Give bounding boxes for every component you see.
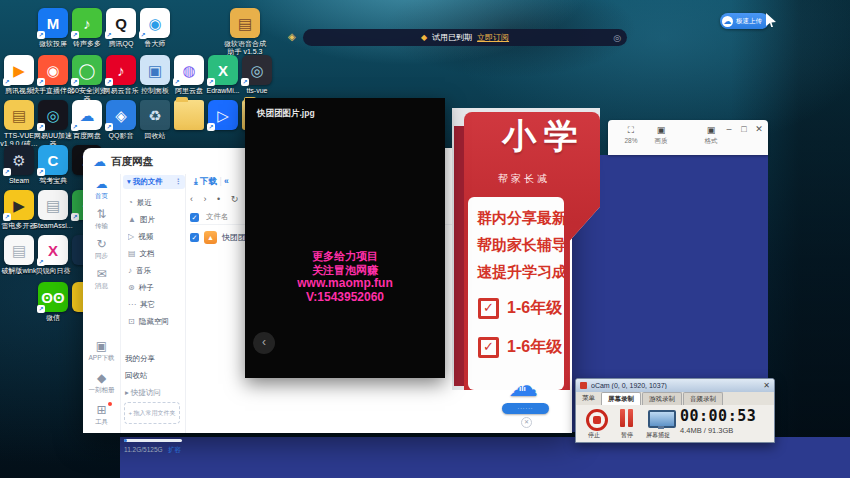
desktop-icon-app[interactable]: ▷↗ <box>208 100 238 132</box>
shortcut-arrow-icon: ↗ <box>3 168 11 176</box>
rail-item-同步[interactable]: ↻同步 <box>83 238 120 261</box>
storage-usage-text: 11.2G/5125G <box>124 446 163 453</box>
tree-item-种子[interactable]: ⊛种子 <box>128 279 184 296</box>
desktop-icon-SteamAssi...[interactable]: ▤SteamAssi... <box>38 190 68 230</box>
pause-record-button[interactable] <box>620 409 634 427</box>
netdisk-titlebar: ☁ 百度网盘 <box>93 154 153 169</box>
quality-label: 画质 <box>646 137 676 146</box>
app-tile: ◎↗ <box>242 55 272 85</box>
desktop-icon-控制面板[interactable]: ▣控制面板 <box>140 55 170 95</box>
shortcut-arrow-icon: ↗ <box>71 78 79 86</box>
desktop-icon-腾讯QQ[interactable]: Q↗腾讯QQ <box>106 8 136 48</box>
app-tile: ♪↗ <box>72 8 102 38</box>
my-shares-link[interactable]: 我的分享 <box>125 354 155 364</box>
rail-item-首页[interactable]: ☁首页 <box>83 178 120 201</box>
desktop-icon-app[interactable] <box>174 100 204 132</box>
netdisk-assistant[interactable]: ☁ ılı ······ ✕ <box>500 372 552 430</box>
recycle-bin-link[interactable]: 回收站 <box>125 371 148 381</box>
ocam-menu-button[interactable]: 菜单 <box>576 392 601 405</box>
tree-item-最近[interactable]: ◔最近 <box>128 194 184 211</box>
expand-storage-link[interactable]: 扩容 <box>168 446 181 455</box>
share-button[interactable]: « <box>224 176 229 186</box>
desktop-icon-微信[interactable]: ʘʘ↗微信 <box>38 282 68 322</box>
tree-item-图片[interactable]: ▲图片 <box>128 211 184 228</box>
app-glyph-icon: ◉ <box>148 16 161 31</box>
quick-access-toggle[interactable]: ▸ 快捷访问 <box>125 388 161 398</box>
desktop-icon-TTS-VUE v1.9.0 (破…[interactable]: ▤TTS-VUE v1.9.0 (破… <box>4 100 34 148</box>
desktop-icon-破解版wink[interactable]: ▤破解版wink <box>4 235 34 275</box>
desktop-icon-EdrawMi...[interactable]: X↗EdrawMi... <box>208 55 238 95</box>
close-button[interactable]: ✕ <box>752 124 766 134</box>
file-checkbox[interactable]: ✓ <box>190 233 199 242</box>
close-icon[interactable]: ✕ <box>763 381 770 390</box>
chart-bars-icon: ılı <box>519 384 526 393</box>
download-button[interactable]: ⤓ 下载 <box>194 176 217 186</box>
tab-audio-record[interactable]: 音频录制 <box>683 392 723 405</box>
my-files-header[interactable]: ▾ 我的文件 ⋮ <box>123 175 185 189</box>
desktop-icon-铃声多多[interactable]: ♪↗铃声多多 <box>72 8 102 48</box>
app-glyph-icon: ▤ <box>12 108 26 123</box>
tab-screen-record[interactable]: 屏幕录制 <box>601 392 641 405</box>
maximize-button[interactable]: □ <box>737 124 751 134</box>
tree-item-视频[interactable]: ▷视频 <box>128 228 184 245</box>
trial-notification-bar[interactable]: ◆ 试用已到期 立即订阅 ◎ <box>303 29 627 46</box>
tab-game-record[interactable]: 游戏录制 <box>642 392 682 405</box>
app-glyph-icon: ʘʘ <box>41 290 64 305</box>
ocam-titlebar[interactable]: oCam (0, 0, 1920, 1037) ✕ <box>576 379 774 392</box>
zoom-level-control[interactable]: ⛶ 28% <box>616 125 646 144</box>
app-glyph-icon: ♻ <box>148 108 161 123</box>
desktop-icon-贝锐向日葵[interactable]: X↗贝锐向日葵 <box>38 235 68 275</box>
tree-item-其它[interactable]: ⋯其它 <box>128 296 184 313</box>
desktop-icon-Steam[interactable]: ⚙↗Steam <box>4 145 34 185</box>
desktop-icon-快手直播伴侣[interactable]: ◉↗快手直播伴侣 <box>38 55 68 95</box>
desktop-icon-雷电多开器[interactable]: ▶↗雷电多开器 <box>4 190 34 230</box>
filename-column-label: 文件名 <box>206 212 229 221</box>
desktop-icon-鲁大师[interactable]: ◉↗鲁大师 <box>140 8 170 48</box>
close-icon[interactable]: ✕ <box>521 417 532 428</box>
promo-line: 群内分享最新 <box>477 209 564 228</box>
app-glyph-icon: ▤ <box>238 16 252 31</box>
assistant-tooltip[interactable]: ······ <box>502 403 549 414</box>
nav-arrows[interactable]: ‹ › • ↻ <box>190 194 242 204</box>
more-options-icon[interactable]: ⋮ <box>175 175 183 189</box>
speed-upload-button[interactable]: ☁ 极速上传 <box>720 13 769 29</box>
desktop-icon-驾考宝典[interactable]: C↗驾考宝典 <box>38 145 68 185</box>
app-glyph-icon: ♪ <box>117 63 125 78</box>
subscribe-link[interactable]: 立即订阅 <box>477 32 509 43</box>
tree-item-隐藏空间[interactable]: ⊡隐藏空间 <box>128 313 184 330</box>
rail-item-一刻相册[interactable]: ◆一刻相册 <box>83 372 120 395</box>
desktop-icon-QQ影音[interactable]: ◈↗QQ影音 <box>106 100 136 140</box>
quality-icon: ▣ <box>646 125 676 135</box>
rail-item-传输[interactable]: ⇅传输 <box>83 208 120 231</box>
desktop-icon-360安全浏览器[interactable]: ◯↗360安全浏览器 <box>72 55 102 103</box>
desktop-icon-tts-vue[interactable]: ◎↗tts-vue <box>242 55 272 95</box>
rail-item-消息[interactable]: ✉消息 <box>83 268 120 291</box>
desktop-icon-阿里云盘[interactable]: ◍↗阿里云盘 <box>174 55 204 95</box>
desktop-icon-回收站[interactable]: ♻回收站 <box>140 100 170 140</box>
image-viewer-canvas-bottom <box>120 437 850 478</box>
stop-record-button[interactable] <box>586 409 608 431</box>
gear-icon[interactable]: ◎ <box>613 33 621 43</box>
desktop-icon-网易云音乐[interactable]: ♪↗网易云音乐 <box>106 55 136 95</box>
quality-control[interactable]: ▣ 画质 <box>646 125 676 146</box>
desktop-icon-百度网盘[interactable]: ☁↗百度网盘 <box>72 100 102 140</box>
rail-icon: ↻ <box>83 238 120 251</box>
netdisk-tree-panel: ▾ 我的文件 ⋮ ◔最近▲图片▷视频▤文档♪音乐⊛种子⋯其它⊡隐藏空间 我的分享… <box>120 174 186 433</box>
shortcut-arrow-icon: ↗ <box>37 78 45 86</box>
tree-item-音乐[interactable]: ♪音乐 <box>128 262 184 279</box>
rail-item-APP下载[interactable]: ▣APP下载 <box>83 340 120 363</box>
tree-item-文档[interactable]: ▤文档 <box>128 245 184 262</box>
screen-capture-button[interactable] <box>648 410 676 428</box>
rail-icon: ✉ <box>83 268 120 281</box>
select-all-checkbox[interactable]: ✓ <box>190 213 199 222</box>
desktop-icon-微软投屏[interactable]: M↗微软投屏 <box>38 8 68 48</box>
drop-folder-hint[interactable]: + 拖入常用文件夹 <box>124 402 180 424</box>
shortcut-arrow-icon: ↗ <box>71 213 79 221</box>
desktop-icon-网易UU加速器[interactable]: ◎↗网易UU加速器 <box>38 100 68 148</box>
desktop-icon-腾讯视频[interactable]: ▶↗腾讯视频 <box>4 55 34 95</box>
minimize-button[interactable]: – <box>722 124 736 134</box>
desktop-icon-微软语音合成助手 v1.5.3[interactable]: ▤微软语音合成助手 v1.5.3 <box>230 8 260 56</box>
promo-subtitle: 帮家长减 <box>498 172 550 186</box>
rail-item-工具[interactable]: ⊞工具 <box>83 404 120 427</box>
previous-image-button[interactable]: ‹ <box>253 332 275 354</box>
